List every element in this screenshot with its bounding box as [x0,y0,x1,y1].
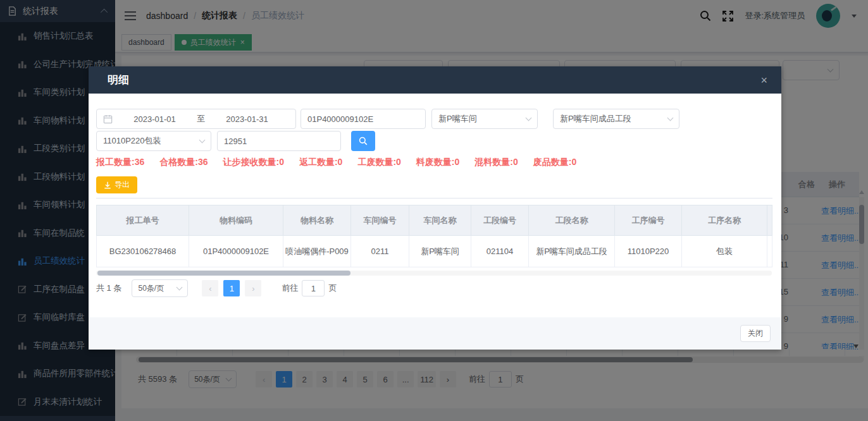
page-size-select[interactable]: 50条/页 [132,279,188,297]
section-select[interactable]: 新P嘴车间成品工段 [553,109,679,129]
col-section-name: 工段名称 [529,205,615,236]
cell-material-name: 喷油嘴偶件-P009 [283,236,351,267]
cell-workshop-no: 0211 [351,236,409,267]
chevron-down-icon [526,114,532,121]
operation-select[interactable]: 11010P220包装 [96,131,211,151]
stat-reported-qty: 报工数量:36 [96,157,144,168]
section-value: 新P嘴车间成品工段 [560,113,631,125]
chevron-down-icon [177,284,183,290]
export-label: 导出 [115,180,130,190]
worker-no-field [217,131,341,151]
close-button[interactable]: 关闭 [740,325,771,342]
goto-label: 前往 [282,283,298,294]
cell-operation-name: 包装 [682,236,767,267]
goto-page: 前往 页 [282,280,337,296]
worker-no-input[interactable] [224,137,334,146]
app-page: 统计报表 销售计划汇总表 公司生产计划完成统计 车间类别计划 车间物料计划 工段… [0,0,868,421]
date-range-separator: 至 [197,113,205,125]
chevron-down-icon [667,114,674,121]
col-operation-name: 工序名称 [682,205,767,236]
prev-page-button[interactable]: ‹ [202,280,218,296]
col-section-no: 工段编号 [471,205,529,236]
stat-process-scrap-qty: 工废数量:0 [357,157,400,168]
chevron-down-icon [199,137,206,143]
summary-stats: 报工数量:36 合格数量:36 让步接收数量:0 返工数量:0 工废数量:0 料… [96,157,576,168]
material-code-field [301,109,426,129]
material-code-input[interactable] [307,114,419,124]
cell-clipped [767,236,772,267]
col-workshop-no: 车间编号 [351,205,409,236]
col-operation-no: 工序编号 [615,205,682,236]
total-count-label: 共 1 条 [96,283,121,294]
date-end-value: 2023-01-31 [226,114,268,124]
goto-page-input[interactable] [302,280,325,296]
detail-table: 报工单号 物料编码 物料名称 车间编号 车间名称 工段编号 工段名称 工序编号 … [96,205,772,267]
workshop-value: 新P嘴车间 [438,113,477,125]
date-range-picker[interactable]: 2023-01-01 至 2023-01-31 [96,109,296,129]
col-workshop-name: 车间名称 [409,205,471,236]
page-unit-label: 页 [328,283,337,294]
cell-section-no: 021104 [471,236,529,267]
modal-title: 明细 [108,73,129,87]
stat-qualified-qty: 合格数量:36 [159,157,208,168]
divider [96,198,772,198]
col-report-no: 报工单号 [97,205,189,236]
modal-footer: 关闭 [89,317,781,350]
modal-header: 明细 × [89,66,781,94]
operation-value: 11010P220包装 [103,135,161,147]
table-row: BG230106278468 01P4000009102E 喷油嘴偶件-P009… [97,236,772,267]
modal-close-icon[interactable]: × [760,75,767,86]
col-material-code: 物料编码 [189,205,283,236]
export-button[interactable]: 导出 [96,176,137,193]
col-clipped [767,205,772,236]
cell-workshop-name: 新P嘴车间 [409,236,471,267]
next-page-button[interactable]: › [245,280,261,296]
table-header-row: 报工单号 物料编码 物料名称 车间编号 车间名称 工段编号 工段名称 工序编号 … [97,205,772,236]
calendar-icon [103,114,113,124]
download-icon [104,181,111,189]
stat-material-scrap-qty: 料废数量:0 [416,157,459,168]
page-button-1[interactable]: 1 [223,280,240,296]
stat-concession-qty: 让步接收数量:0 [223,157,283,168]
stat-waste-qty: 废品数量:0 [533,157,576,168]
date-start-value: 2023-01-01 [133,114,176,124]
cell-section-name: 新P嘴车间成品工段 [529,236,615,267]
horizontal-scrollbar[interactable] [96,271,772,276]
cell-report-no: BG230106278468 [97,236,189,267]
search-button[interactable] [351,131,375,151]
workshop-select[interactable]: 新P嘴车间 [431,109,538,129]
page-size-value: 50条/页 [138,283,164,294]
cell-operation-no: 11010P220 [615,236,682,267]
search-icon [359,137,368,145]
stat-rework-qty: 返工数量:0 [299,157,342,168]
modal-pagination: 共 1 条 50条/页 ‹ 1 › 前往 页 [96,279,337,297]
cell-material-code: 01P4000009102E [189,236,283,267]
col-material-name: 物料名称 [283,205,351,236]
stat-mixed-material-qty: 混料数量:0 [474,157,518,168]
scrollbar-thumb[interactable] [97,271,350,276]
detail-modal: 明细 × 2023-01-01 至 2023-01-31 新P嘴车间 新P嘴车间… [89,66,781,350]
